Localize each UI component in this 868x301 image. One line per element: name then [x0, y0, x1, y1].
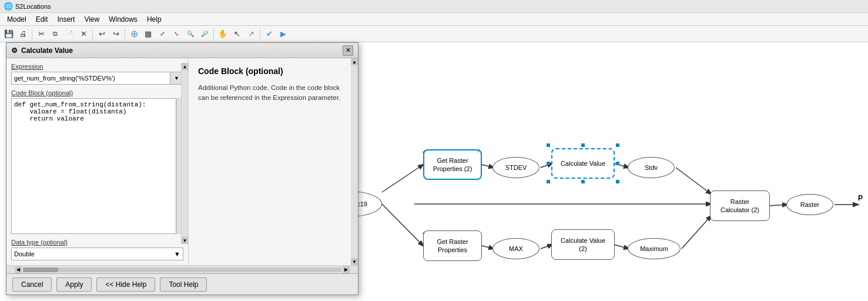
- cancel-button[interactable]: Cancel: [12, 277, 52, 292]
- check-button[interactable]: ✔: [263, 28, 276, 41]
- cut-button[interactable]: ✂: [35, 28, 48, 41]
- dialog-footer: Cancel Apply << Hide Help Tool Help: [6, 273, 358, 295]
- menu-model[interactable]: Model: [2, 14, 31, 25]
- svg-line-0: [382, 165, 423, 192]
- toolbar-separator-1: [32, 29, 32, 39]
- zoom-in-button[interactable]: 🔍: [184, 28, 197, 41]
- horizontal-scrollbar[interactable]: ◀ ▶: [6, 265, 358, 273]
- toolbar-separator-4: [213, 29, 214, 39]
- dialog-title: Calculate Value: [21, 46, 73, 55]
- menu-windows[interactable]: Windows: [104, 14, 142, 25]
- dialog-body: Expression ▼ Code Block (optional) def g…: [6, 58, 358, 265]
- app-icon: 🌐: [4, 2, 13, 11]
- zoom-extent-button[interactable]: ⤢: [156, 28, 169, 41]
- right-panel-scrollbar[interactable]: ▲ ▼: [351, 58, 358, 265]
- help-title: Code Block (optional): [198, 66, 348, 76]
- dialog-right-panel: Code Block (optional) Additional Python …: [189, 58, 358, 265]
- svg-line-12: [682, 216, 711, 249]
- menu-edit[interactable]: Edit: [31, 14, 53, 25]
- pan-button[interactable]: ✋: [216, 28, 229, 41]
- svg-line-4: [676, 168, 711, 194]
- scrollbar-track[interactable]: [23, 267, 341, 272]
- svg-line-1: [482, 165, 494, 168]
- calculate-value-dialog: ⚙ Calculate Value ✕ Expression ▼ Code Bl…: [6, 42, 358, 295]
- toolbar: 💾 🖨 ✂ ⧉ 📄 ✕ ↩ ↪ ⊕ ▦ ⤢ ⤡ 🔍 🔎 ✋ ↖ ↗ ✔ ▶: [0, 26, 868, 42]
- svg-line-2: [541, 163, 552, 168]
- dialog-titlebar: ⚙ Calculate Value ✕: [6, 43, 358, 58]
- apply-button[interactable]: Apply: [56, 277, 92, 292]
- svg-line-11: [614, 245, 629, 249]
- toolbar-separator-3: [125, 29, 125, 39]
- run-button[interactable]: ▶: [277, 28, 290, 41]
- datatype-value: Double: [14, 250, 35, 257]
- help-text: Additional Python code. Code in the code…: [198, 83, 348, 103]
- dialog-close-button[interactable]: ✕: [343, 45, 353, 56]
- dialog-left-panel: Expression ▼ Code Block (optional) def g…: [6, 58, 189, 265]
- datatype-select[interactable]: Double ▼: [11, 248, 183, 260]
- menu-view[interactable]: View: [79, 14, 104, 25]
- zoom-full-button[interactable]: ⤡: [170, 28, 183, 41]
- tool-help-button[interactable]: Tool Help: [160, 277, 207, 292]
- svg-line-9: [482, 246, 494, 249]
- main-area: rastercalc19 Get Raster Properties (2) S…: [0, 42, 868, 301]
- title-bar: 🌐 S2Locations: [0, 0, 868, 13]
- scrollbar-thumb[interactable]: [23, 267, 58, 272]
- add-button[interactable]: ⊕: [128, 28, 140, 41]
- node-raster-calculator-2[interactable]: Raster Calculator (2): [710, 190, 770, 221]
- node-calculate-value-2[interactable]: Calculate Value (2): [551, 229, 615, 260]
- menu-insert[interactable]: Insert: [52, 14, 79, 25]
- svg-line-3: [614, 163, 629, 168]
- dialog-title-left: ⚙ Calculate Value: [11, 46, 73, 55]
- svg-line-8: [382, 204, 423, 246]
- zoom-out-button[interactable]: 🔎: [198, 28, 211, 41]
- copy-button[interactable]: ⧉: [49, 28, 62, 41]
- redo-button[interactable]: ↪: [109, 28, 122, 41]
- toolbar-separator-5: [260, 29, 260, 39]
- left-panel-scrollbar[interactable]: ▲ ▼: [181, 63, 188, 244]
- menu-bar: Model Edit Insert View Windows Help: [0, 13, 868, 26]
- node-maximum[interactable]: Maximum: [628, 238, 681, 259]
- print-button[interactable]: 🖨: [16, 28, 29, 41]
- expression-label: Expression: [11, 63, 183, 70]
- scroll-left-button[interactable]: ◀: [15, 266, 22, 273]
- code-block-label: Code Block (optional): [11, 89, 183, 96]
- dialog-title-icon: ⚙: [11, 46, 18, 55]
- p-label: P: [858, 194, 863, 202]
- datatype-dropdown-icon: ▼: [174, 250, 180, 257]
- expression-input[interactable]: [11, 72, 170, 85]
- node-stdv[interactable]: Stdv: [628, 157, 675, 178]
- undo-button[interactable]: ↩: [95, 28, 108, 41]
- save-button[interactable]: 💾: [2, 28, 15, 41]
- code-block-textarea[interactable]: def get_num_from_string(distanta): valoa…: [11, 98, 176, 234]
- datatype-label: Data type (optional): [11, 239, 183, 246]
- scroll-right-button[interactable]: ▶: [343, 266, 350, 273]
- paste-button[interactable]: 📄: [63, 28, 76, 41]
- connect-button[interactable]: ↗: [244, 28, 257, 41]
- delete-button[interactable]: ✕: [77, 28, 90, 41]
- toolbar-separator-2: [92, 29, 93, 39]
- node-max[interactable]: MAX: [492, 238, 539, 259]
- expression-row: ▼: [11, 72, 183, 85]
- hide-help-button[interactable]: << Hide Help: [96, 277, 155, 292]
- select-button[interactable]: ↖: [230, 28, 243, 41]
- app-title: S2Locations: [15, 3, 51, 10]
- node-get-raster-props-2[interactable]: Get Raster Properties (2): [423, 149, 482, 180]
- node-calculate-value[interactable]: Calculate Value: [551, 148, 615, 179]
- svg-line-6: [770, 205, 787, 206]
- svg-line-10: [541, 245, 552, 249]
- node-stdev[interactable]: STDEV: [492, 157, 539, 178]
- textarea-container: def get_num_from_string(distanta): valoa…: [11, 98, 183, 234]
- node-raster[interactable]: Raster: [786, 194, 833, 215]
- grid-button[interactable]: ▦: [142, 28, 155, 41]
- menu-help[interactable]: Help: [142, 14, 166, 25]
- node-get-raster-props-1[interactable]: Get Raster Properties: [423, 230, 482, 261]
